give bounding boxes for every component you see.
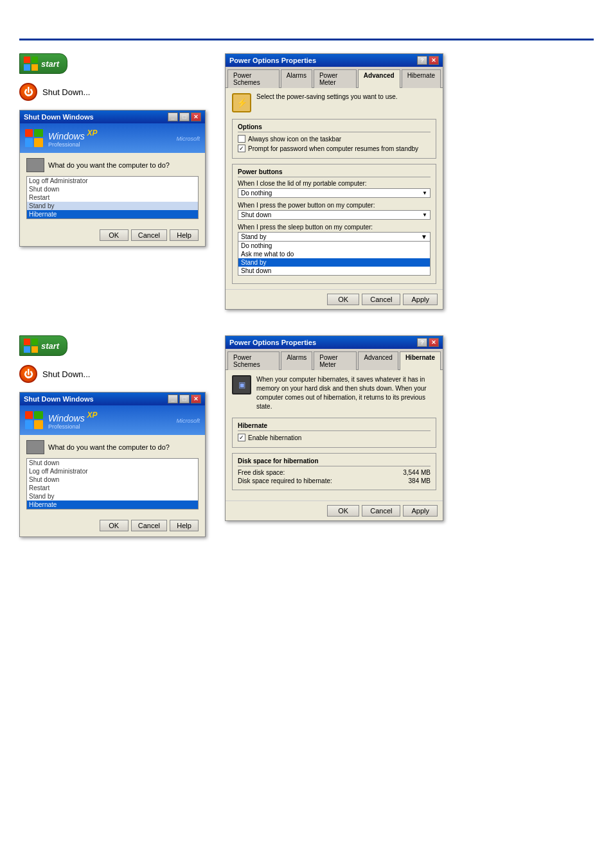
start-button[interactable]: start	[19, 53, 206, 79]
power-hibernate-titlebar: Power Options Properties ? ✕	[226, 336, 443, 349]
always-show-checkbox[interactable]	[238, 135, 245, 143]
power-hibernate-help-button[interactable]: ?	[417, 338, 427, 347]
power-icon: ⚡	[232, 93, 251, 112]
help-button[interactable]: Help	[170, 229, 199, 241]
btab-power-schemes[interactable]: Power Schemes	[227, 351, 280, 370]
disk-space-section: Disk space for hibernation Free disk spa…	[232, 453, 436, 490]
bottom-dialog-question: What do you want the computer to do?	[26, 440, 199, 454]
power-hibernate-description: ▣ When your computer hibernates, it save…	[232, 375, 436, 411]
svg-rect-1	[31, 57, 38, 63]
power-help-button[interactable]: ?	[417, 56, 427, 65]
power-buttons-section: Power buttons When I close the lid of my…	[232, 164, 436, 284]
bottom-minimize-button[interactable]: _	[168, 394, 178, 403]
btab-hibernate[interactable]: Hibernate	[400, 351, 441, 370]
required-disk-row: Disk space required to hibernate: 384 MB	[238, 477, 431, 484]
minimize-button[interactable]: _	[168, 112, 178, 121]
power-hibernate-body: ▣ When your computer hibernates, it save…	[226, 370, 443, 500]
bottom-dialog-controls: _ □ ✕	[168, 394, 201, 403]
hibernate-cancel-button[interactable]: Cancel	[362, 505, 400, 517]
bottom-left-group: start ⏻ Shut Down... Shut Down Windows _…	[19, 335, 206, 537]
sleep-option-ask[interactable]: Ask me what to do	[238, 250, 430, 258]
sleep-option-standby[interactable]: Stand by	[238, 258, 430, 267]
ok-button[interactable]: OK	[327, 294, 359, 305]
bottom-option-restart[interactable]: Restart	[27, 484, 198, 492]
bottom-option-logoff[interactable]: Log off Administrator	[27, 467, 198, 475]
bottom-windows-label: Windows XP	[48, 411, 98, 423]
free-disk-value: 3,544 MB	[403, 469, 431, 476]
bottom-start-button[interactable]: start	[19, 335, 206, 361]
lid-dropdown-arrow: ▼	[422, 190, 427, 196]
power-btn-select[interactable]: Shut down ▼	[238, 210, 431, 220]
free-disk-row: Free disk space: 3,544 MB	[238, 469, 431, 476]
bottom-maximize-button[interactable]: □	[179, 394, 190, 403]
bottom-xp-label: XP	[87, 411, 98, 420]
power-buttons-label: Power buttons	[238, 168, 431, 177]
shutdown-label: Shut Down...	[42, 87, 90, 97]
power-hibernate-close-button[interactable]: ✕	[429, 338, 439, 347]
bottom-dialog-buttons: OK Cancel Help	[20, 517, 205, 536]
bottom-help-button[interactable]: Help	[170, 520, 199, 531]
microsoft-label: Microsoft	[103, 134, 200, 142]
apply-button[interactable]: Apply	[403, 294, 438, 305]
sleep-dropdown-list[interactable]: Do nothing Ask me what to do Stand by Sh…	[238, 241, 431, 276]
bottom-shutdown-label: Shut Down...	[42, 369, 90, 379]
btab-alarms[interactable]: Alarms	[281, 351, 312, 370]
tab-advanced[interactable]: Advanced	[358, 69, 400, 88]
enable-hibernate-checkbox[interactable]: ✓	[238, 434, 245, 441]
shutdown-options-list[interactable]: Log off Administrator Shut down Restart …	[26, 176, 199, 219]
power-description: ⚡ Select the power-saving settings you w…	[232, 93, 436, 112]
close-button[interactable]: ✕	[191, 112, 201, 121]
power-hibernate-title: Power Options Properties	[229, 339, 316, 346]
sleep-option-donothing[interactable]: Do nothing	[238, 242, 430, 250]
free-disk-label: Free disk space:	[238, 469, 285, 476]
ok-button[interactable]: OK	[100, 229, 129, 241]
bottom-shutdown-icon[interactable]: ⏻	[19, 365, 37, 383]
bottom-option-standby[interactable]: Stand by	[27, 492, 198, 500]
bottom-option-hibernate[interactable]: Hibernate	[27, 500, 198, 509]
power-options-advanced-dialog: Power Options Properties ? ✕ Power Schem…	[225, 53, 443, 310]
prompt-password-checkbox[interactable]: ✓	[238, 145, 245, 152]
bottom-option-shutdown2[interactable]: Shut down	[27, 475, 198, 484]
tab-power-meter[interactable]: Power Meter	[314, 69, 357, 88]
option-restart[interactable]: Restart	[27, 193, 198, 202]
svg-rect-10	[24, 346, 30, 353]
power-dialog-titlebar: Power Options Properties ? ✕	[226, 54, 443, 67]
svg-rect-4	[25, 129, 33, 137]
tab-alarms[interactable]: Alarms	[281, 69, 312, 88]
power-advanced-body: ⚡ Select the power-saving settings you w…	[226, 88, 443, 289]
bottom-close-button[interactable]: ✕	[191, 394, 201, 403]
hibernate-apply-button[interactable]: Apply	[403, 505, 438, 517]
sleep-option-shutdown[interactable]: Shut down	[238, 267, 430, 275]
svg-rect-13	[34, 411, 43, 419]
btab-advanced[interactable]: Advanced	[358, 351, 398, 370]
hibernate-ok-button[interactable]: OK	[327, 505, 359, 517]
tab-hibernate[interactable]: Hibernate	[402, 69, 441, 88]
maximize-button[interactable]: □	[179, 112, 190, 121]
option-hibernate[interactable]: Hibernate	[27, 210, 198, 218]
shutdown-icon[interactable]: ⏻	[19, 83, 37, 101]
svg-rect-12	[25, 411, 33, 419]
power-hibernate-controls: ? ✕	[417, 338, 439, 347]
bottom-section: start ⏻ Shut Down... Shut Down Windows _…	[19, 335, 594, 537]
bottom-option-shutdown[interactable]: Shut down	[27, 459, 198, 467]
bottom-shutdown-options-list[interactable]: Shut down Log off Administrator Shut dow…	[26, 458, 199, 509]
sleep-label: When I press the sleep button on my comp…	[238, 224, 431, 231]
svg-rect-15	[34, 420, 43, 429]
cancel-button[interactable]: Cancel	[131, 229, 167, 241]
bottom-cancel-button[interactable]: Cancel	[131, 520, 167, 531]
bottom-ok-button[interactable]: OK	[100, 520, 129, 531]
lid-select[interactable]: Do nothing ▼	[238, 188, 431, 198]
cancel-button[interactable]: Cancel	[362, 294, 400, 305]
sleep-select-top[interactable]: Stand by ▼	[238, 232, 431, 241]
option-shutdown[interactable]: Shut down	[27, 185, 198, 193]
bottom-dialog-titlebar: Shut Down Windows _ □ ✕	[20, 393, 205, 405]
svg-rect-3	[31, 64, 38, 71]
dialog-body: What do you want the computer to do? Log…	[20, 153, 205, 227]
bottom-shutdown-row: ⏻ Shut Down...	[19, 365, 206, 383]
tab-power-schemes[interactable]: Power Schemes	[227, 69, 280, 88]
option-logoff[interactable]: Log off Administrator	[27, 177, 198, 185]
btab-power-meter[interactable]: Power Meter	[314, 351, 357, 370]
option-standby[interactable]: Stand by	[27, 202, 198, 210]
power-btn-dropdown-arrow: ▼	[422, 212, 427, 218]
power-close-button[interactable]: ✕	[429, 56, 439, 65]
